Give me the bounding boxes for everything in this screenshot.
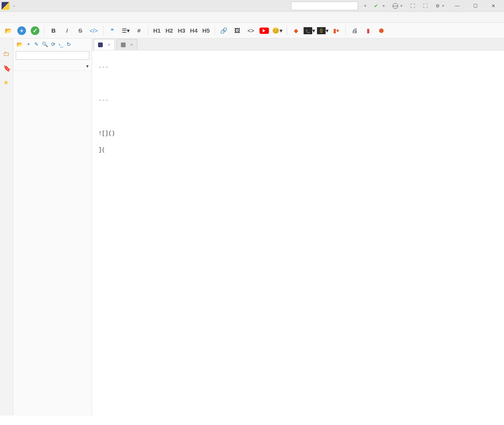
settings-icon[interactable]: ⚙▾ bbox=[432, 3, 448, 9]
titlebar: - ▾ ✔▾ ▾ ⛶ ⛶ ⚙▾ — ☐ ✕ bbox=[0, 0, 504, 12]
editor-area[interactable]: --- --- ![]() ]( bbox=[92, 50, 504, 416]
files-icon[interactable]: 🗀 bbox=[3, 50, 10, 57]
theme-selector[interactable]: ▾ bbox=[358, 4, 370, 8]
chevron-down-icon[interactable]: ▾ bbox=[86, 63, 89, 69]
strike-button[interactable]: S bbox=[74, 25, 86, 37]
sidebar-toolbar: 📂 ＋ ✎ 🔍 ⟳ ›_ ↻ bbox=[13, 39, 92, 50]
close-icon[interactable]: × bbox=[107, 42, 111, 48]
sidebar-path[interactable]: ▾ bbox=[13, 61, 92, 71]
rss-button[interactable]: ▮▾ bbox=[330, 25, 342, 37]
menubar bbox=[0, 12, 504, 23]
terminal1-button[interactable]: ›_▾ bbox=[304, 25, 315, 37]
star-icon[interactable]: ★ bbox=[3, 79, 10, 86]
app-icon bbox=[2, 2, 9, 10]
hash-button[interactable]: # bbox=[133, 25, 145, 37]
link-button[interactable]: 🔗 bbox=[218, 25, 230, 37]
h5-button[interactable]: H5 bbox=[201, 27, 211, 34]
window-title: - bbox=[12, 3, 17, 9]
left-rail: 🗀 🔖 ★ bbox=[0, 39, 13, 416]
menu-help[interactable] bbox=[49, 16, 57, 19]
menu-weblog[interactable] bbox=[17, 16, 25, 19]
close-button[interactable]: ✕ bbox=[484, 0, 502, 12]
menu-view[interactable] bbox=[33, 16, 41, 19]
h3-button[interactable]: H3 bbox=[176, 27, 187, 34]
open-button[interactable]: 📂 bbox=[2, 25, 14, 37]
terminal2-button[interactable]: {}▾ bbox=[317, 25, 329, 37]
bold-button[interactable]: B bbox=[48, 25, 59, 37]
pdf-button[interactable]: ▮ bbox=[362, 25, 374, 37]
toolbar: 📂 + ✓ B I S </> ❝ ☰▾ # H1 H2 H3 H4 H5 🔗 … bbox=[0, 23, 504, 39]
folder-open-icon[interactable]: 📂 bbox=[17, 41, 23, 47]
file-search-input[interactable] bbox=[16, 51, 89, 60]
bookmark-icon[interactable]: 🔖 bbox=[3, 65, 10, 72]
sidebar: 📂 ＋ ✎ 🔍 ⟳ ›_ ↻ ▾ bbox=[13, 39, 92, 416]
tab-active[interactable]: × bbox=[94, 39, 115, 50]
language-selector[interactable]: ✔▾ bbox=[370, 3, 389, 9]
terminal-icon[interactable]: ›_ bbox=[59, 41, 63, 47]
new-button[interactable]: + bbox=[16, 25, 28, 37]
h1-button[interactable]: H1 bbox=[152, 27, 162, 34]
sync-icon[interactable]: ↻ bbox=[67, 41, 71, 47]
add-file-icon[interactable]: ＋ bbox=[26, 41, 31, 48]
list-button[interactable]: ☰▾ bbox=[120, 25, 132, 37]
emoji-button[interactable]: 😊▾ bbox=[272, 25, 284, 37]
html5-button[interactable]: ⬢ bbox=[376, 25, 387, 37]
maximize-button[interactable]: ☐ bbox=[466, 0, 484, 12]
quote-button[interactable]: ❝ bbox=[106, 25, 118, 37]
menu-file[interactable] bbox=[2, 16, 9, 19]
save-button[interactable]: ✓ bbox=[29, 25, 41, 37]
presentation-icon[interactable]: ⛶ bbox=[419, 3, 432, 9]
minimize-button[interactable]: — bbox=[448, 0, 466, 12]
menu-edit[interactable] bbox=[9, 16, 17, 19]
youtube-button[interactable] bbox=[258, 25, 270, 37]
h4-button[interactable]: H4 bbox=[189, 27, 199, 34]
tabstrip: × × bbox=[92, 39, 504, 50]
menu-tools[interactable] bbox=[25, 16, 33, 19]
command-search-input[interactable] bbox=[291, 2, 358, 10]
tab-inactive[interactable]: × bbox=[117, 39, 138, 50]
print-button[interactable]: 🖨 bbox=[349, 25, 361, 37]
refresh-icon[interactable]: ⟳ bbox=[51, 41, 56, 47]
edit-icon[interactable]: ✎ bbox=[34, 41, 39, 47]
codeblock-button[interactable]: <> bbox=[245, 25, 257, 37]
git-button[interactable]: ◆ bbox=[290, 25, 302, 37]
globe-icon[interactable]: ▾ bbox=[389, 3, 406, 9]
italic-button[interactable]: I bbox=[61, 25, 73, 37]
distraction-free-icon[interactable]: ⛶ bbox=[406, 3, 419, 9]
search-icon[interactable]: 🔍 bbox=[42, 41, 48, 47]
code-inline-button[interactable]: </> bbox=[88, 25, 100, 37]
file-list bbox=[13, 71, 92, 416]
menu-window[interactable] bbox=[41, 16, 49, 19]
h2-button[interactable]: H2 bbox=[164, 27, 174, 34]
close-icon[interactable]: × bbox=[130, 42, 133, 48]
image-button[interactable]: 🖼 bbox=[232, 25, 243, 37]
